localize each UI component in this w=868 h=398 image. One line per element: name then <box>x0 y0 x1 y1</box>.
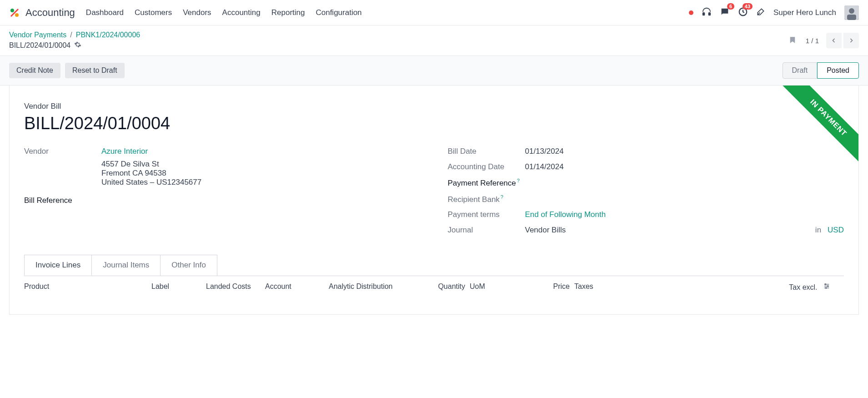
svg-point-0 <box>10 9 14 12</box>
invoice-lines-header: Product Label Landed Costs Account Analy… <box>24 276 844 298</box>
tab-other-info[interactable]: Other Info <box>160 255 217 276</box>
accounting-date-value: 01/14/2024 <box>525 162 844 171</box>
breadcrumb: Vendor Payments / PBNK1/2024/00006 <box>9 31 140 39</box>
journal-label: Journal <box>448 226 525 235</box>
app-name[interactable]: Accounting <box>25 7 75 19</box>
nav-reporting[interactable]: Reporting <box>271 8 305 17</box>
activities-badge: 43 <box>743 3 753 10</box>
bill-form: IN PAYMENT Vendor Bill BILL/2024/01/0004… <box>9 86 859 315</box>
payment-reference-label: Payment Reference? <box>448 178 525 188</box>
col-account: Account <box>265 282 329 292</box>
vendor-address-line2: Fremont CA 94538 <box>101 169 421 178</box>
tab-invoice-lines[interactable]: Invoice Lines <box>24 255 92 276</box>
gear-icon[interactable] <box>74 41 81 50</box>
help-icon[interactable]: ? <box>517 178 520 183</box>
currency-in-label: in <box>815 226 821 235</box>
currency-value[interactable]: USD <box>828 226 844 235</box>
vendor-label: Vendor <box>24 147 101 156</box>
col-landed-costs: Landed Costs <box>206 282 265 292</box>
action-bar: Credit Note Reset to Draft Draft Posted <box>0 55 868 86</box>
payment-terms-value[interactable]: End of Following Month <box>525 210 606 219</box>
messages-badge: 6 <box>727 3 734 10</box>
bill-reference-label: Bill Reference <box>24 196 101 205</box>
pager-prev-button[interactable] <box>826 33 842 48</box>
col-product: Product <box>24 282 151 292</box>
nav-vendors[interactable]: Vendors <box>183 8 211 17</box>
credit-note-button[interactable]: Credit Note <box>9 63 60 78</box>
svg-point-13 <box>827 286 828 287</box>
svg-rect-4 <box>709 13 711 15</box>
col-label: Label <box>151 282 206 292</box>
pager-count: 1 / 1 <box>806 37 819 45</box>
topnav-right: 6 43 Super Hero Lunch <box>689 5 859 20</box>
activities-icon[interactable]: 43 <box>738 7 748 18</box>
column-settings-icon[interactable] <box>823 283 830 291</box>
breadcrumb-current: BILL/2024/01/0004 <box>9 41 70 50</box>
svg-rect-8 <box>847 15 856 20</box>
svg-point-1 <box>15 13 19 17</box>
accounting-date-label: Accounting Date <box>448 162 525 171</box>
payment-terms-label: Payment terms <box>448 210 525 219</box>
vendor-address-line3: United States – US12345677 <box>101 178 421 187</box>
col-price: Price <box>511 282 570 292</box>
recipient-bank-label: Recipient Bank? <box>448 194 525 204</box>
bill-date-value: 01/13/2024 <box>525 147 844 156</box>
status-bar: Draft Posted <box>783 62 859 79</box>
col-quantity: Quantity <box>429 282 465 292</box>
nav-dashboard[interactable]: Dashboard <box>86 8 124 17</box>
svg-point-12 <box>825 284 826 285</box>
nav-configuration[interactable]: Configuration <box>316 8 361 17</box>
tab-journal-items[interactable]: Journal Items <box>91 255 161 276</box>
app-logo[interactable] <box>9 7 20 18</box>
avatar[interactable] <box>844 5 859 20</box>
status-draft[interactable]: Draft <box>783 62 818 79</box>
col-taxes: Taxes <box>570 282 615 292</box>
bill-date-label: Bill Date <box>448 147 525 156</box>
svg-point-14 <box>825 287 827 289</box>
vendor-link[interactable]: Azure Interior <box>101 147 148 156</box>
tabs: Invoice Lines Journal Items Other Info <box>24 255 844 276</box>
messages-icon[interactable]: 6 <box>720 7 730 18</box>
user-name[interactable]: Super Hero Lunch <box>773 8 836 17</box>
breadcrumb-separator: / <box>70 31 72 39</box>
pager-next-button[interactable] <box>843 33 859 48</box>
svg-point-7 <box>849 8 854 14</box>
bookmark-icon[interactable] <box>788 35 797 46</box>
vendor-address-line1: 4557 De Silva St <box>101 160 421 169</box>
breadcrumb-payment[interactable]: PBNK1/2024/00006 <box>76 31 140 39</box>
recording-indicator-icon <box>689 10 693 15</box>
status-posted[interactable]: Posted <box>817 62 859 79</box>
nav-items: Dashboard Customers Vendors Accounting R… <box>86 8 362 17</box>
nav-customers[interactable]: Customers <box>135 8 172 17</box>
svg-rect-3 <box>703 13 705 15</box>
journal-value: Vendor Bills <box>525 226 809 235</box>
document-type: Vendor Bill <box>24 102 844 111</box>
phone-icon[interactable] <box>702 7 712 18</box>
breadcrumb-bar: Vendor Payments / PBNK1/2024/00006 BILL/… <box>0 25 868 55</box>
col-tax-excl: Tax excl. <box>615 282 844 292</box>
document-name: BILL/2024/01/0004 <box>24 114 844 133</box>
col-uom: UoM <box>465 282 511 292</box>
col-analytic: Analytic Distribution <box>329 282 429 292</box>
reset-to-draft-button[interactable]: Reset to Draft <box>65 63 125 78</box>
nav-accounting[interactable]: Accounting <box>222 8 261 17</box>
top-nav: Accounting Dashboard Customers Vendors A… <box>0 0 868 25</box>
tools-icon[interactable] <box>756 7 765 18</box>
breadcrumb-vendor-payments[interactable]: Vendor Payments <box>9 31 66 39</box>
help-icon[interactable]: ? <box>501 194 503 200</box>
